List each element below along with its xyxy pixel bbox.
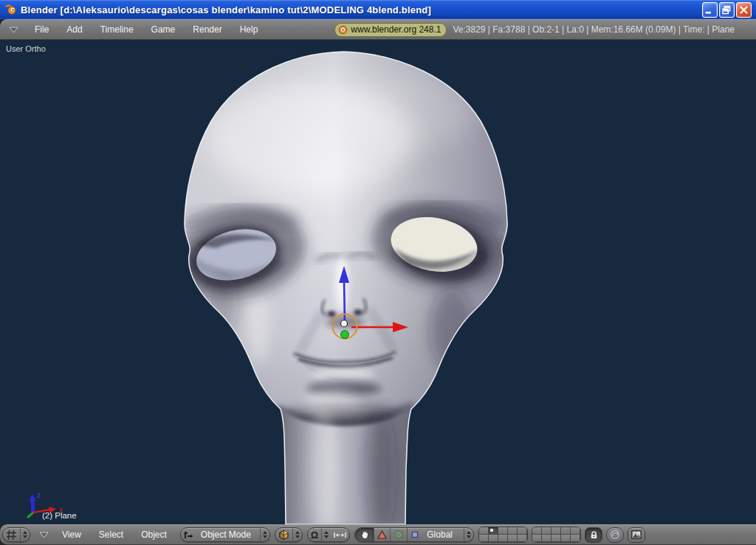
blender-logo-icon bbox=[4, 3, 18, 16]
mode-dropdown[interactable]: Object Mode bbox=[180, 527, 270, 542]
header-collapse-icon[interactable] bbox=[9, 27, 18, 33]
manipulator-group: Global bbox=[354, 527, 474, 542]
window-title: Blender [d:\Aleksaurio\descargas\cosas b… bbox=[21, 4, 702, 16]
layer-toggle-14[interactable] bbox=[561, 527, 571, 535]
swirl-icon bbox=[610, 529, 620, 540]
menu-object[interactable]: Object bbox=[132, 529, 176, 540]
window-titlebar[interactable]: Blender [d:\Aleksaurio\descargas\cosas b… bbox=[0, 0, 756, 19]
menu-select[interactable]: Select bbox=[90, 529, 132, 540]
layer-toggle-15[interactable] bbox=[571, 527, 580, 535]
pivot-stepper[interactable] bbox=[321, 528, 331, 541]
layer-toggle-11[interactable] bbox=[532, 527, 542, 535]
top-header: File Add Timeline Game Render Help www.b… bbox=[0, 19, 756, 40]
layer-toggle-12[interactable] bbox=[542, 527, 551, 535]
menu-game[interactable]: Game bbox=[142, 24, 185, 35]
mode-dropdown-stepper[interactable] bbox=[260, 528, 269, 541]
scene-stats: Ve:3829 | Fa:3788 | Ob:2-1 | La:0 | Mem:… bbox=[453, 24, 735, 35]
layer-toggle-6[interactable] bbox=[479, 535, 489, 542]
mode-dropdown-value: Object Mode bbox=[196, 529, 260, 540]
layer-toggle-2[interactable] bbox=[489, 527, 498, 535]
alien-head-model[interactable]: z x (2) Plane bbox=[0, 40, 756, 524]
close-icon bbox=[737, 3, 751, 17]
layer-toggle-17[interactable] bbox=[542, 535, 551, 542]
layer-grid-1 bbox=[478, 527, 528, 543]
editor-type-stepper[interactable] bbox=[20, 528, 30, 541]
layer-toggle-1[interactable] bbox=[479, 527, 489, 535]
menu-render[interactable]: Render bbox=[184, 24, 230, 35]
layer-toggle-10[interactable] bbox=[518, 535, 527, 542]
rotate-ring-icon bbox=[394, 529, 404, 540]
editor-type-selector[interactable] bbox=[2, 527, 30, 542]
minimize-button[interactable] bbox=[702, 2, 718, 18]
gizmo-y-axis-handle[interactable] bbox=[341, 331, 349, 339]
layer-toggle-7[interactable] bbox=[489, 535, 498, 542]
pivot-point-icon[interactable]: Ω bbox=[308, 528, 321, 541]
viewport-grid-icon bbox=[3, 528, 20, 541]
scale-manipulator-button[interactable] bbox=[407, 528, 422, 541]
render-preview-button[interactable] bbox=[606, 527, 624, 543]
close-button[interactable] bbox=[736, 2, 752, 18]
layer-toggle-20[interactable] bbox=[571, 535, 580, 542]
layer-toggle-4[interactable] bbox=[508, 527, 518, 535]
layer-toggle-3[interactable] bbox=[498, 527, 508, 535]
orientation-dropdown-value[interactable]: Global bbox=[422, 529, 464, 540]
layer-grid-2 bbox=[532, 527, 581, 543]
bottom-header: View Select Object Object Mode bbox=[0, 524, 756, 545]
restore-icon bbox=[720, 3, 734, 17]
move-centers-only-button[interactable] bbox=[331, 528, 349, 541]
minimize-icon bbox=[703, 3, 717, 17]
axis-z-label: z bbox=[37, 491, 41, 499]
menu-file[interactable]: File bbox=[26, 24, 58, 35]
draw-type-selector[interactable] bbox=[275, 527, 303, 542]
menu-help[interactable]: Help bbox=[231, 24, 267, 35]
object-mode-icon bbox=[181, 528, 196, 541]
layer-toggle-5[interactable] bbox=[518, 527, 527, 535]
view-mode-label: User Ortho bbox=[6, 44, 46, 53]
toolbar-collapse-icon[interactable] bbox=[39, 532, 49, 538]
lock-layers-button[interactable] bbox=[585, 527, 602, 543]
translate-cone-icon bbox=[377, 530, 387, 539]
layer-toggle-8[interactable] bbox=[498, 535, 508, 542]
blender-org-badge[interactable]: www.blender.org 248.1 bbox=[334, 23, 447, 37]
rotate-manipulator-button[interactable] bbox=[390, 528, 407, 541]
gizmo-z-axis-arrow[interactable] bbox=[344, 279, 345, 324]
blender-org-badge-label: www.blender.org 248.1 bbox=[351, 24, 441, 35]
lock-icon bbox=[589, 530, 599, 540]
blender-window: Blender [d:\Aleksaurio\descargas\cosas b… bbox=[0, 0, 756, 545]
active-object-label: (2) Plane bbox=[42, 511, 77, 520]
layer-toggle-16[interactable] bbox=[532, 535, 542, 542]
menu-timeline[interactable]: Timeline bbox=[92, 24, 142, 35]
viewport-3d[interactable]: z x (2) Plane User Ortho bbox=[0, 40, 756, 524]
scale-square-icon bbox=[410, 530, 419, 539]
menu-add[interactable]: Add bbox=[58, 24, 91, 35]
opengl-render-button[interactable] bbox=[628, 527, 645, 543]
layer-toggle-9[interactable] bbox=[508, 535, 518, 542]
hand-icon bbox=[360, 529, 370, 540]
object-center-dot bbox=[341, 321, 348, 327]
layer-toggle-13[interactable] bbox=[551, 527, 561, 535]
image-icon bbox=[631, 530, 642, 539]
manipulator-toggle-button[interactable] bbox=[355, 528, 374, 541]
restore-button[interactable] bbox=[719, 2, 735, 18]
alien-head-shading bbox=[148, 40, 561, 524]
layer-toggle-18[interactable] bbox=[551, 535, 561, 542]
translate-manipulator-button[interactable] bbox=[374, 528, 390, 541]
blender-badge-icon bbox=[338, 25, 348, 35]
solid-shading-icon bbox=[275, 528, 292, 541]
pivot-group: Ω bbox=[307, 527, 350, 542]
menu-view[interactable]: View bbox=[53, 529, 90, 540]
layer-toggle-19[interactable] bbox=[561, 535, 571, 542]
orientation-stepper[interactable] bbox=[464, 528, 473, 541]
draw-type-stepper[interactable] bbox=[292, 528, 302, 541]
